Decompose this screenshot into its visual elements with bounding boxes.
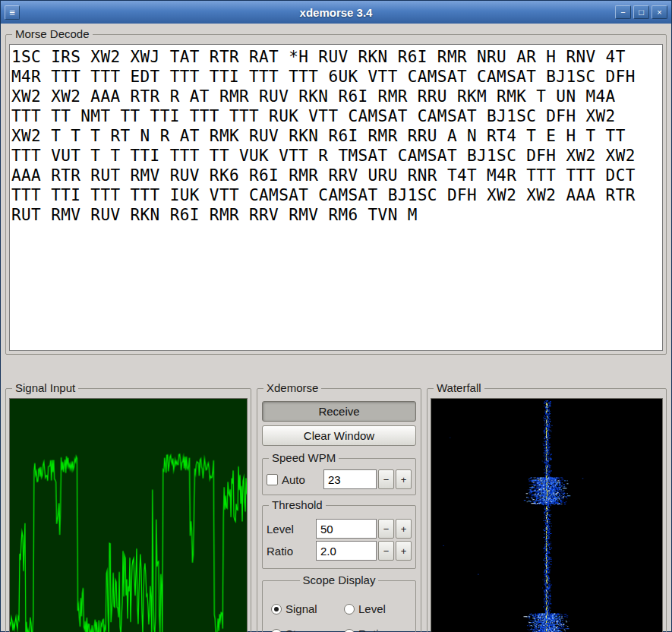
scope-display-group: Scope Display Signal Level Stop xyxy=(262,580,416,632)
scope-display-options: Signal Level Stop Ratio xyxy=(267,592,412,632)
ratio-radio-label: Ratio xyxy=(358,627,385,632)
app-window: ≡ xdemorse 3.4 − □ × Morse Decode 1SC IR… xyxy=(0,0,672,632)
ratio-label: Ratio xyxy=(267,545,293,558)
close-button[interactable]: × xyxy=(651,5,667,19)
level-radio-label: Level xyxy=(358,602,386,615)
auto-checkbox-label: Auto xyxy=(282,473,305,486)
window-controls: − □ × xyxy=(615,5,667,19)
morse-decode-label: Morse Decode xyxy=(12,27,93,40)
waterfall-display xyxy=(431,398,663,632)
ratio-input[interactable] xyxy=(316,541,377,561)
bottom-panels: Signal Input Xdemorse Receive Clear Wind… xyxy=(5,388,667,632)
ratio-radio-button[interactable] xyxy=(344,629,355,632)
ratio-increment-button[interactable]: + xyxy=(396,541,412,561)
ratio-spinbox: − + xyxy=(316,541,412,561)
level-input[interactable] xyxy=(316,519,377,539)
clear-window-button[interactable]: Clear Window xyxy=(262,425,416,446)
speed-decrement-button[interactable]: − xyxy=(378,469,394,489)
level-increment-button[interactable]: + xyxy=(396,519,412,539)
waterfall-group: Waterfall xyxy=(427,388,667,632)
level-radio-button[interactable] xyxy=(344,604,355,615)
speed-row: Auto − + xyxy=(267,469,412,489)
level-decrement-button[interactable]: − xyxy=(378,519,394,539)
speed-wpm-label: Speed WPM xyxy=(269,451,339,464)
window-title: xdemorse 3.4 xyxy=(1,6,671,19)
stop-radio-button[interactable] xyxy=(271,629,282,632)
speed-spinbox: − + xyxy=(323,469,412,489)
waterfall-label: Waterfall xyxy=(434,381,484,394)
morse-decode-group: Morse Decode 1SC IRS XW2 XWJ TAT RTR RAT… xyxy=(5,34,667,355)
minimize-button[interactable]: − xyxy=(615,5,631,19)
radio-option-ratio[interactable]: Ratio xyxy=(344,627,412,632)
window-menu-icon[interactable]: ≡ xyxy=(5,5,20,20)
xdemorse-label: Xdemorse xyxy=(263,381,321,394)
maximize-button[interactable]: □ xyxy=(633,5,649,19)
threshold-ratio-row: Ratio − + xyxy=(267,541,412,561)
signal-radio-button[interactable] xyxy=(271,604,282,615)
signal-radio-label: Signal xyxy=(286,602,317,615)
signal-input-label: Signal Input xyxy=(12,381,78,394)
xdemorse-controls-group: Xdemorse Receive Clear Window Speed WPM … xyxy=(257,388,421,632)
radio-option-stop[interactable]: Stop xyxy=(271,627,344,632)
scope-display-label: Scope Display xyxy=(300,574,379,586)
morse-decode-output[interactable]: 1SC IRS XW2 XWJ TAT RTR RAT *H RUV RKN R… xyxy=(9,44,663,351)
speed-increment-button[interactable]: + xyxy=(396,469,412,489)
threshold-group: Threshold Level − + Ratio − xyxy=(262,505,416,569)
threshold-label: Threshold xyxy=(269,498,326,511)
titlebar[interactable]: ≡ xdemorse 3.4 − □ × xyxy=(1,1,671,24)
threshold-level-row: Level − + xyxy=(267,519,412,539)
level-spinbox: − + xyxy=(316,519,412,539)
auto-checkbox[interactable] xyxy=(267,474,278,485)
receive-button[interactable]: Receive xyxy=(262,401,416,422)
ratio-decrement-button[interactable]: − xyxy=(378,541,394,561)
speed-wpm-group: Speed WPM Auto − + xyxy=(262,458,416,495)
level-label: Level xyxy=(267,523,294,536)
window-content: Morse Decode 1SC IRS XW2 XWJ TAT RTR RAT… xyxy=(1,24,671,631)
signal-scope-display xyxy=(9,398,248,632)
radio-option-level[interactable]: Level xyxy=(344,602,412,615)
signal-input-group: Signal Input xyxy=(5,388,251,632)
radio-option-signal[interactable]: Signal xyxy=(271,602,344,615)
speed-input[interactable] xyxy=(323,469,377,489)
stop-radio-label: Stop xyxy=(286,627,309,632)
